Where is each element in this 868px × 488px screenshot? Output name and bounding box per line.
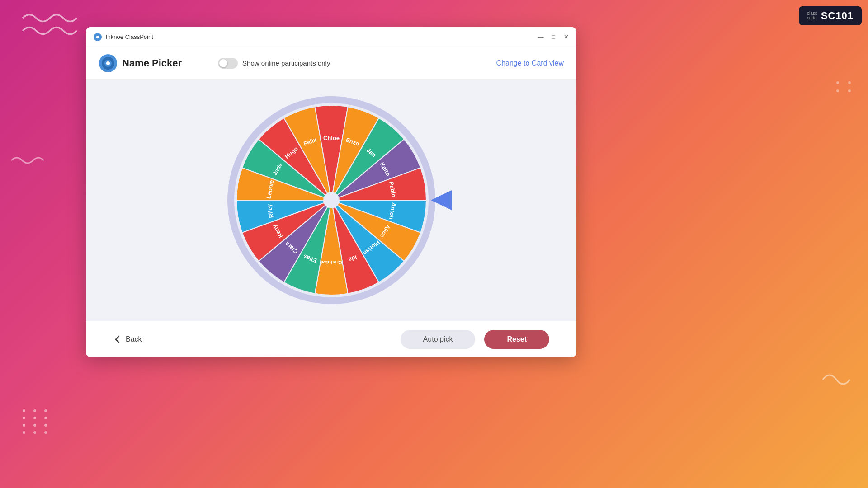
app-icon xyxy=(93,33,102,42)
logo-icon xyxy=(99,54,118,73)
back-label: Back xyxy=(126,335,142,343)
bg-squiggle-bottom-right xyxy=(818,361,854,398)
toggle-knob xyxy=(219,59,227,67)
online-only-toggle[interactable] xyxy=(218,58,238,69)
back-button[interactable]: Back xyxy=(113,335,142,344)
toolbar: Name Picker Show online participants onl… xyxy=(86,47,576,80)
toolbar-title: Name Picker xyxy=(122,57,182,69)
toolbar-logo: Name Picker xyxy=(99,54,182,73)
svg-point-25 xyxy=(323,192,340,208)
back-arrow-icon xyxy=(113,335,122,344)
title-bar: Inknoe ClassPoint — □ ✕ xyxy=(86,27,576,47)
bg-dots-top-right xyxy=(836,81,854,92)
close-button[interactable]: ✕ xyxy=(563,34,569,40)
footer: Back Auto pick Reset xyxy=(86,321,576,357)
svg-point-4 xyxy=(106,61,110,65)
auto-pick-button[interactable]: Auto pick xyxy=(401,330,476,349)
wheel-container: RileyLeonieJadeHugoFelixChloeEnzoJanKait… xyxy=(223,92,440,309)
class-code-badge: class code SC101 xyxy=(799,6,862,25)
wheel-area: RileyLeonieJadeHugoFelixChloeEnzoJanKait… xyxy=(86,80,576,321)
minimize-button[interactable]: — xyxy=(538,34,544,40)
bg-squiggle-mid xyxy=(9,154,45,167)
title-bar-controls: — □ ✕ xyxy=(538,34,569,40)
class-code-small-code: code xyxy=(807,16,817,20)
main-dialog: Inknoe ClassPoint — □ ✕ Name Picker Show… xyxy=(86,27,576,357)
svg-text:Chloe: Chloe xyxy=(323,135,339,141)
title-bar-app-name: Inknoe ClassPoint xyxy=(106,33,538,40)
toolbar-toggle-area: Show online participants only xyxy=(218,58,330,69)
wheel-pointer xyxy=(431,190,452,210)
reset-button[interactable]: Reset xyxy=(484,330,549,349)
bg-dots-bottom-left xyxy=(23,409,51,434)
spinner-wheel[interactable]: RileyLeonieJadeHugoFelixChloeEnzoJanKait… xyxy=(223,92,440,309)
toggle-label: Show online participants only xyxy=(242,59,330,67)
change-view-button[interactable]: Change to Card view xyxy=(496,59,564,67)
class-code-value: SC101 xyxy=(821,10,854,22)
svg-text:Cristobal: Cristobal xyxy=(321,260,342,265)
maximize-button[interactable]: □ xyxy=(550,34,557,40)
bg-squiggle-top xyxy=(18,9,77,41)
